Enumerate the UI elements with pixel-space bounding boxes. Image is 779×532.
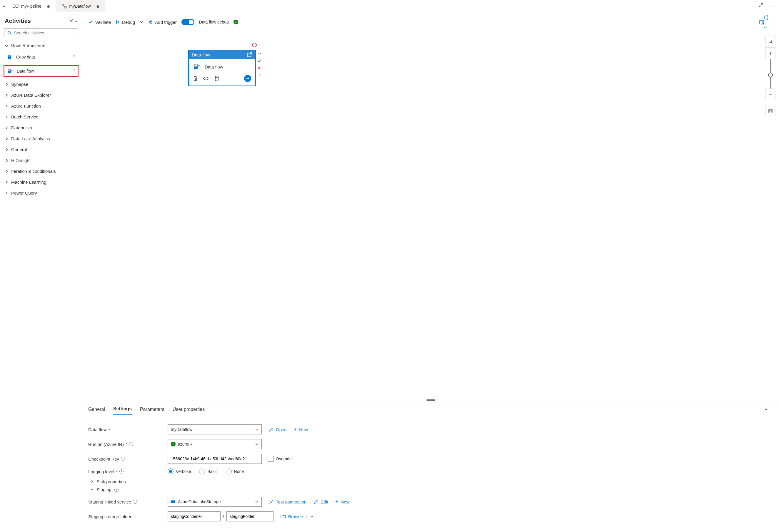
category-iteration-conditionals[interactable]: Iteration & conditionals [3,166,79,177]
staging-toggle[interactable]: Staging i [91,487,773,492]
svg-point-7 [8,55,11,57]
category-general[interactable]: General [3,144,79,155]
zoom-out-button[interactable]: − [766,88,775,100]
activity-copy-data[interactable]: Copy data ⠿ [4,52,78,62]
new-button[interactable]: +New [294,426,308,433]
zoom-in-button[interactable]: + [766,47,775,59]
category-hdinsight[interactable]: HDInsight [3,155,79,166]
staging-container-input[interactable] [168,512,221,521]
search-activities-input[interactable] [4,28,78,37]
radio-basic[interactable]: Basic [199,468,217,474]
dataflow-debug-toggle[interactable] [181,19,194,25]
group-move-transform[interactable]: Move & transform [3,41,79,51]
validate-button[interactable]: Validate [88,20,111,25]
debug-button[interactable]: Debug [116,20,135,25]
chevron-right-icon [5,126,8,129]
category-azure-function[interactable]: Azure Function [3,101,79,112]
search-icon [7,31,12,35]
zoom-slider[interactable] [770,59,771,88]
activity-label: Copy data [16,55,35,59]
svg-point-20 [769,40,771,42]
properties-panel-icon[interactable] [759,20,773,25]
copy-data-icon [7,54,13,60]
expand-left-icon[interactable]: » [0,4,8,8]
info-icon[interactable]: i [114,488,119,492]
runon-value: azureIR [178,442,192,447]
tab-settings[interactable]: Settings [113,404,132,415]
more-icon[interactable]: ··· [764,25,769,29]
open-external-icon[interactable] [247,52,252,57]
activity-label: Data flow [17,69,34,73]
activity-data-flow[interactable]: Data flow ⠿ [4,66,78,76]
category-azure-data-explorer[interactable]: Azure Data Explorer [3,90,79,101]
info-icon[interactable]: i [119,469,123,473]
category-machine-learning[interactable]: Machine Learning [3,177,79,188]
side-skip-icon[interactable] [257,73,262,77]
info-icon[interactable]: i [121,457,125,461]
dataflow-node[interactable]: Data flow Data flow [188,50,256,86]
override-checkbox[interactable] [267,456,274,462]
collapse-left-icon[interactable]: « [75,18,77,23]
add-trigger-button[interactable]: Add trigger [148,20,176,25]
runon-select[interactable]: ✓azureIR [168,439,262,449]
category-databricks[interactable]: Databricks [3,122,79,133]
tab-parameters[interactable]: Parameters [140,404,164,415]
node-arrow-icon[interactable] [244,75,251,82]
browse-dropdown[interactable] [310,515,313,518]
category-batch-service[interactable]: Batch Service [3,112,79,122]
category-power-query[interactable]: Power Query [3,188,79,198]
info-icon[interactable]: i [133,500,137,504]
sink-properties-toggle[interactable]: Sink properties [91,479,773,484]
delete-icon[interactable] [193,76,198,81]
side-fail-icon[interactable] [257,66,262,70]
edit-button[interactable]: Edit [313,500,328,505]
category-data-lake-analytics[interactable]: Data Lake Analytics [3,133,79,144]
checkpoint-input[interactable] [168,454,262,464]
side-redo-icon[interactable] [257,52,262,56]
checkpoint-label: Checkpoint Key [88,457,119,461]
more-icon[interactable]: ··· [768,3,774,9]
zoom-handle[interactable] [768,73,773,77]
tab-pipeline[interactable]: myPipeline ● [8,0,56,12]
properties-panel: General Settings Parameters User propert… [82,401,779,532]
chevron-right-icon [91,480,94,483]
chevron-double-down-icon[interactable] [69,18,73,23]
grip-icon: ⠿ [72,69,75,73]
play-icon [116,20,120,24]
test-connection-button[interactable]: Test connection [269,500,306,505]
radio-none[interactable]: None [226,468,244,474]
tab-dataflow[interactable]: myDataflow ● [56,0,105,12]
staging-folder-input[interactable] [227,512,274,521]
browse-button[interactable]: Browse [281,514,303,519]
radio-verbose[interactable]: Verbose [168,468,191,474]
side-success-icon[interactable] [257,59,262,63]
logging-label: Logging level [88,469,114,474]
tab-user-properties[interactable]: User properties [173,404,205,415]
dataflow-select[interactable]: myDataflow [168,424,262,435]
code-icon[interactable] [203,76,209,80]
new-linked-button[interactable]: +New [335,499,350,505]
zoom-fit-button[interactable] [766,106,775,116]
zoom-search-icon[interactable] [766,36,775,47]
pencil-icon [269,427,274,432]
chevron-right-icon [5,148,8,151]
plus-icon: + [335,499,339,505]
info-icon[interactable]: i [129,442,133,446]
copy-icon[interactable] [214,76,219,81]
override-label: Override [276,457,292,461]
staging-linked-select[interactable]: AzureDataLakeStorage [168,497,262,507]
debug-dropdown[interactable] [140,20,143,23]
tab-general[interactable]: General [88,404,105,415]
trigger-icon [148,20,153,24]
maximize-icon[interactable] [759,3,764,9]
chevron-down-icon [5,44,8,48]
error-indicator-icon [252,43,257,47]
chevron-down-icon [255,428,258,431]
category-synapse[interactable]: Synapse [3,79,79,90]
search-field[interactable] [14,30,75,35]
pipeline-canvas[interactable]: Data flow Data flow [82,32,779,399]
json-braces-icon[interactable]: { } [764,15,768,20]
open-button[interactable]: Open [269,427,287,432]
collapse-panel-icon[interactable] [764,408,773,411]
browse-separator: | [306,514,307,519]
